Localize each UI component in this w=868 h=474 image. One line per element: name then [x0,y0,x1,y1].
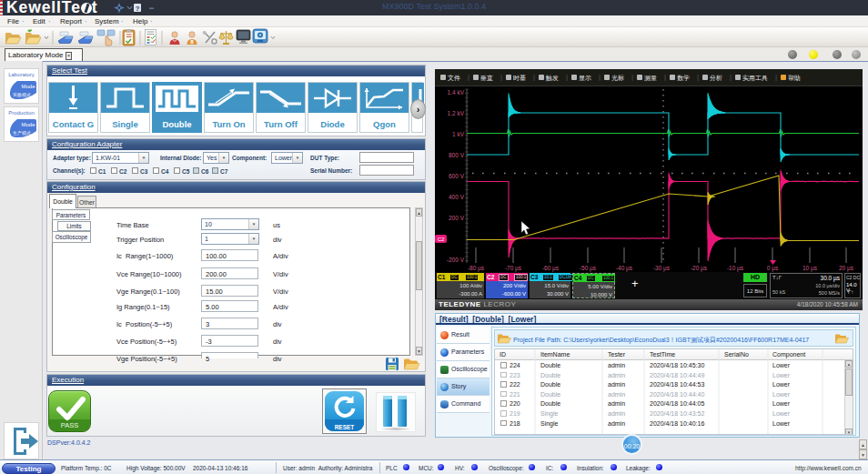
svg-text:20 µs: 20 µs [839,265,854,272]
svg-text:1.2 kV: 1.2 kV [448,110,465,116]
svg-text:1 kV: 1 kV [452,131,465,137]
svg-text:-50 µs: -50 µs [580,265,597,272]
svg-text:600 V: 600 V [449,173,465,179]
svg-text:400 V: 400 V [449,194,465,200]
svg-text:0 µs: 0 µs [767,265,779,272]
svg-text:?: ? [136,5,140,13]
svg-text:1.4 kV: 1.4 kV [448,89,465,96]
svg-text:实验模式: 实验模式 [13,92,31,97]
svg-text:-80 µs: -80 µs [468,265,485,272]
svg-text:800 V: 800 V [449,152,465,158]
svg-text:-70 µs: -70 µs [505,265,522,272]
svg-text:Mode: Mode [21,84,35,89]
svg-text:-60 µs: -60 µs [542,265,560,272]
svg-text:200 V: 200 V [449,215,465,221]
svg-text:10 µs: 10 µs [802,265,818,272]
svg-text:-200 V: -200 V [447,257,465,263]
svg-text:-40 µs: -40 µs [616,265,633,272]
svg-text:C2: C2 [438,237,445,242]
svg-text:-30 µs: -30 µs [653,265,671,272]
svg-text:Mode: Mode [21,122,35,127]
svg-text:生产模式: 生产模式 [13,130,31,136]
svg-text:-20 µs: -20 µs [691,265,708,272]
svg-text:-10 µs: -10 µs [727,265,744,272]
